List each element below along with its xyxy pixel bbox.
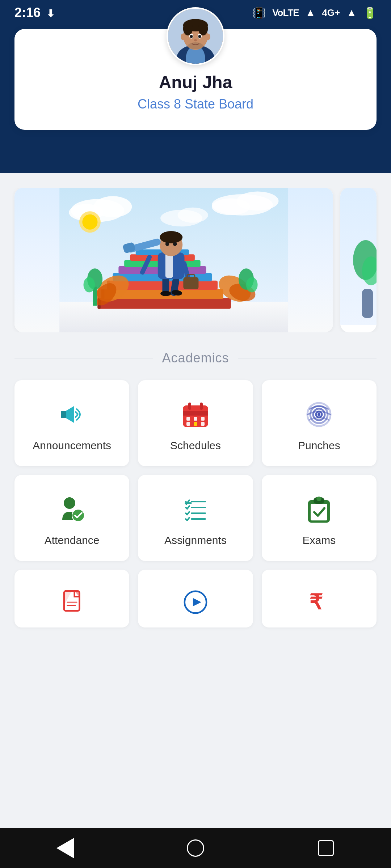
avatar — [167, 7, 224, 65]
assignments-icon-container — [179, 493, 212, 526]
punches-icon-container — [303, 398, 335, 431]
svg-point-86 — [64, 497, 75, 509]
svg-rect-55 — [183, 277, 198, 289]
banner-main[interactable] — [14, 188, 333, 332]
svg-point-47 — [246, 277, 258, 292]
svg-point-11 — [198, 35, 201, 38]
svg-rect-53 — [165, 253, 173, 278]
attendance-icon-container — [56, 493, 88, 526]
svg-rect-73 — [188, 403, 191, 410]
svg-point-13 — [188, 42, 203, 49]
schedules-icon-container — [179, 398, 212, 431]
back-button[interactable] — [51, 834, 80, 863]
back-icon — [56, 838, 74, 858]
svg-rect-74 — [200, 403, 203, 410]
svg-point-7 — [198, 22, 208, 35]
grid-item-videos[interactable] — [138, 570, 253, 627]
announcements-label: Announcements — [33, 439, 111, 452]
svg-point-24 — [178, 208, 208, 223]
svg-point-15 — [206, 33, 210, 40]
grid-item-schedules[interactable]: Schedules — [138, 380, 253, 466]
home-button[interactable] — [181, 834, 210, 863]
svg-rect-80 — [201, 422, 205, 426]
exams-icon-container — [303, 493, 335, 526]
section-title: Academics — [162, 350, 229, 366]
fees-icon-container: ₹ — [303, 588, 335, 617]
exams-label: Exams — [302, 534, 336, 546]
svg-rect-67 — [362, 289, 373, 318]
svg-rect-78 — [186, 422, 190, 426]
svg-rect-75 — [186, 417, 190, 421]
grid-item-announcements[interactable]: Announcements — [14, 380, 129, 466]
svg-point-22 — [212, 198, 250, 215]
svg-point-62 — [165, 242, 169, 246]
grid-item-assignments[interactable]: Assignments — [138, 475, 253, 561]
svg-point-85 — [318, 413, 320, 416]
academics-grid: Announcements — [14, 380, 377, 561]
nav-bar — [0, 828, 391, 868]
svg-rect-79 — [194, 422, 197, 426]
divider-left — [14, 358, 153, 358]
svg-rect-72 — [183, 411, 208, 416]
svg-rect-97 — [311, 504, 327, 520]
profile-card: Anuj Jha Class 8 State Board — [14, 29, 377, 130]
battery-icon: 🔋 — [363, 7, 377, 19]
svg-point-88 — [72, 510, 84, 521]
svg-point-10 — [190, 35, 193, 38]
user-name: Anuj Jha — [29, 72, 362, 92]
svg-point-58 — [160, 231, 182, 243]
documents-icon-container — [56, 588, 88, 617]
svg-text:₹: ₹ — [310, 591, 323, 614]
banner-side[interactable] — [340, 188, 377, 332]
announcements-icon-container — [56, 398, 88, 431]
grid-item-punches[interactable]: Punches — [262, 380, 377, 466]
assignments-label: Assignments — [164, 534, 227, 546]
videos-icon-container — [179, 588, 212, 617]
grid-item-attendance[interactable]: Attendance — [14, 475, 129, 561]
grid-item-fees[interactable]: ₹ — [262, 570, 377, 627]
section-divider: Academics — [14, 350, 377, 366]
home-icon — [187, 839, 204, 857]
punches-label: Punches — [298, 439, 340, 452]
svg-point-6 — [183, 22, 193, 35]
schedules-label: Schedules — [170, 439, 221, 452]
svg-point-14 — [181, 33, 185, 40]
grid-item-exams[interactable]: Exams — [262, 475, 377, 561]
svg-marker-102 — [193, 598, 201, 606]
attendance-label: Attendance — [45, 534, 100, 546]
svg-point-12 — [194, 39, 197, 42]
svg-rect-96 — [316, 497, 321, 501]
svg-rect-68 — [61, 411, 66, 418]
academics-section: Academics Announcements — [0, 340, 391, 627]
grid-item-documents[interactable] — [14, 570, 129, 627]
recents-button[interactable] — [311, 834, 340, 863]
svg-rect-28 — [97, 298, 231, 309]
svg-point-63 — [173, 242, 177, 246]
svg-point-69 — [76, 413, 79, 415]
divider-right — [238, 358, 377, 358]
svg-point-43 — [84, 277, 95, 292]
user-class: Class 8 State Board — [29, 97, 362, 112]
svg-point-50 — [160, 291, 171, 296]
svg-rect-77 — [201, 417, 205, 421]
banner-section[interactable] — [0, 188, 391, 332]
partial-grid: ₹ — [14, 570, 377, 627]
svg-point-26 — [82, 214, 97, 230]
svg-rect-76 — [194, 417, 197, 421]
avatar-container — [29, 7, 362, 65]
recents-icon — [318, 840, 334, 856]
app-header: Classbot 2.0 — [0, 25, 391, 173]
